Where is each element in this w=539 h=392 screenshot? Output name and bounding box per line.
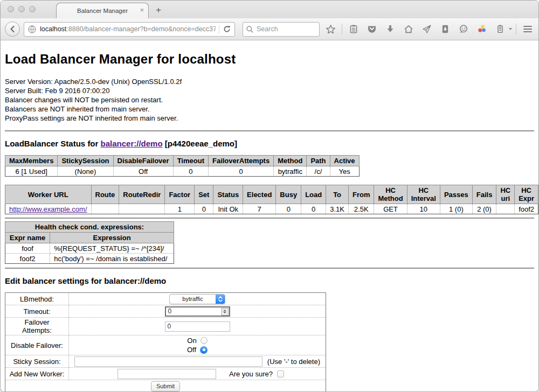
pocket-icon [367, 24, 377, 34]
divider [5, 268, 534, 269]
failover-attempts-label: Failover Attempts: [5, 318, 69, 335]
url-domain: localhost [40, 25, 66, 33]
value-cell: Init Ok [213, 204, 243, 214]
heading-prefix: LoadBalancer Status for [5, 139, 101, 148]
table-row: 6 [1 Used] (None) Off 0 0 bytraffic /c/ … [5, 166, 360, 177]
device-sync-button[interactable] [438, 22, 452, 37]
are-you-sure-checkbox[interactable] [277, 370, 284, 377]
address-text[interactable]: localhost:8880/balancer-manager?b=demo&n… [40, 25, 216, 33]
search-icon [246, 25, 254, 33]
number-spinner-icon[interactable] [222, 308, 229, 316]
value-cell: 1 [165, 204, 195, 214]
window-minimize-button[interactable] [18, 6, 25, 12]
form-row: Failover Attempts: 0 [5, 318, 326, 335]
new-tab-button[interactable]: + [156, 5, 161, 16]
send-plane-icon [422, 24, 432, 34]
value-cell: foof2 [515, 204, 538, 214]
header-cell: Load [301, 185, 326, 204]
value-cell: (None) [58, 166, 113, 177]
value-cell: 1 (0) [440, 204, 472, 214]
lbmethod-selected-value: bytraffic [170, 296, 216, 302]
page-content: Load Balancer Manager for localhost Serv… [1, 40, 538, 391]
add-worker-input[interactable] [118, 369, 216, 379]
submit-cell: Submit [5, 380, 326, 392]
heading-suffix: [p4420eeae_demo] [163, 139, 237, 148]
header-cell: Factor [165, 185, 195, 204]
lbmethod-select[interactable]: bytraffic [169, 294, 225, 304]
colors-extension-button[interactable] [474, 22, 489, 37]
worker-row: http://www.example.com/ 1 0 Init Ok 7 0 … [5, 204, 538, 214]
header-cell: Path [307, 156, 330, 166]
failover-attempts-input[interactable]: 0 [165, 321, 230, 332]
health-check-table: Health check cond. expressions: Expr nam… [5, 221, 174, 264]
timeout-cell: 0 [69, 305, 326, 318]
value-cell: 0 [173, 166, 208, 177]
reload-icon[interactable] [223, 25, 231, 33]
radio-option-on: On [73, 336, 322, 345]
failover-attempts-cell: 0 [69, 318, 326, 335]
menu-button[interactable] [520, 22, 535, 37]
page-title: Load Balancer Manager for localhost [5, 52, 534, 67]
form-row: Timeout: 0 [5, 305, 326, 318]
header-cell: Busy [276, 185, 301, 204]
header-cell: Fails [472, 185, 496, 204]
radio-on[interactable] [201, 337, 208, 344]
disable-failover-label: Disable Failover: [5, 335, 69, 355]
value-cell: bytraffic [274, 166, 307, 177]
url-divider [219, 25, 219, 34]
toolbar-divider [342, 24, 342, 34]
chevron-down-icon[interactable] [509, 28, 512, 30]
url-bar[interactable]: localhost:8880/balancer-manager?b=demo&n… [24, 22, 235, 37]
send-tab-button[interactable] [419, 22, 434, 37]
window-close-button[interactable] [8, 6, 14, 12]
form-row: Submit [5, 380, 326, 392]
globe-icon [27, 25, 37, 34]
table-row: foof %{REQUEST_STATUS} =~ /^[234]/ [5, 243, 174, 254]
add-worker-label: Add New Worker: [5, 368, 69, 380]
downloads-button[interactable] [383, 22, 397, 37]
divider [5, 130, 534, 131]
value-cell: 0 [208, 166, 273, 177]
header-cell: Worker URL [5, 185, 92, 204]
header-cell: StickySession [58, 156, 113, 166]
download-icon [385, 24, 395, 34]
table-header-row: Worker URL Route RouteRedir Factor Set S… [5, 185, 538, 204]
pocket-button[interactable] [364, 22, 379, 37]
worker-url-link[interactable]: http://www.example.com/ [9, 205, 87, 213]
header-cell: Expr name [5, 233, 50, 243]
home-button[interactable] [401, 22, 416, 37]
search-bar[interactable] [243, 22, 320, 37]
radio-off[interactable] [200, 346, 208, 354]
value-cell: 7 [243, 204, 276, 214]
header-cell: HC Expr [515, 185, 538, 204]
timeout-input[interactable]: 0 [165, 306, 230, 317]
submit-button[interactable]: Submit [151, 381, 180, 391]
sidebar-list-button[interactable] [493, 22, 507, 37]
server-version-line: Server Version: Apache/2.5.0-dev (Unix) … [5, 77, 534, 86]
value-cell: Off [113, 166, 173, 177]
form-row: Sticky Session: (Use '-' to delete) [5, 355, 326, 368]
window-controls [8, 6, 36, 12]
header-cell: Route [91, 185, 119, 204]
back-button[interactable] [5, 22, 20, 37]
header-cell: FailoverAttempts [208, 156, 273, 166]
window-zoom-button[interactable] [29, 6, 36, 12]
url-path: :8880/balancer-manager?b=demo&nonce=decc… [66, 25, 216, 33]
reading-list-button[interactable] [346, 22, 361, 37]
sticky-session-label: Sticky Session: [5, 355, 69, 368]
tab-balancer-manager[interactable]: Balancer Manager × [56, 3, 149, 18]
value-cell: 2.5K [348, 204, 374, 214]
expression-cell: hc('body') =~ /domain is established/ [50, 254, 174, 264]
header-cell: Status [213, 185, 243, 204]
balancer-demo-link[interactable]: balancer://demo [101, 139, 163, 148]
navigation-toolbar: localhost:8880/balancer-manager?b=demo&n… [1, 18, 538, 40]
sticky-session-input[interactable] [74, 356, 262, 367]
browser-window: Balancer Manager × + localhost:8880/bala… [0, 0, 539, 392]
feedback-button[interactable] [456, 22, 471, 37]
lbmethod-label: LBmethod: [5, 293, 69, 305]
tab-close-icon[interactable]: × [140, 6, 144, 14]
bookmark-button[interactable] [323, 22, 338, 37]
value-cell: Yes [330, 166, 359, 177]
table-row: foof2 hc('body') =~ /domain is establish… [5, 254, 174, 264]
search-input[interactable] [257, 25, 310, 33]
